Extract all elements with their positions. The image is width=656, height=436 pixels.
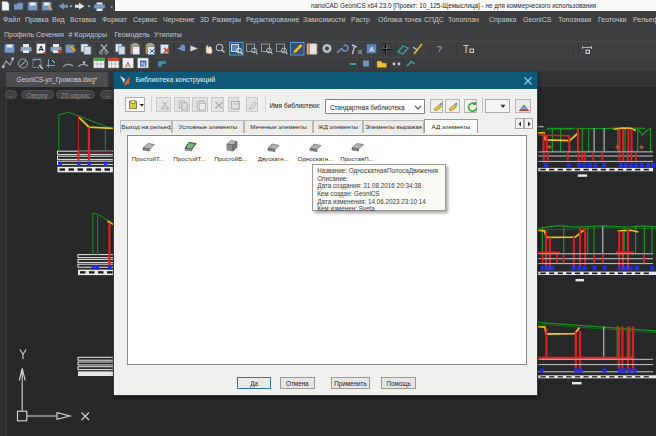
svg-text:T: T xyxy=(463,44,469,55)
svg-text:N: N xyxy=(141,61,145,67)
svg-text:A: A xyxy=(369,46,374,53)
svg-text:A: A xyxy=(125,60,131,69)
svg-text:?: ? xyxy=(437,44,442,54)
svg-text:A: A xyxy=(38,44,44,53)
